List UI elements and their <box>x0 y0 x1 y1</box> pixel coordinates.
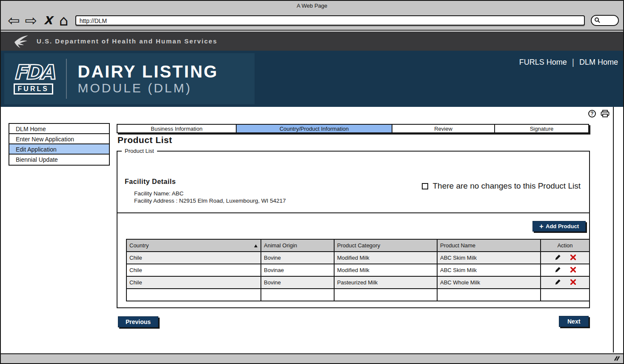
app-title-line2: MODULE (DLM) <box>78 81 218 96</box>
search-icon <box>594 17 601 23</box>
add-product-label: Add Product <box>546 223 579 229</box>
table-row: Chile Bovinae Modified Milk ABC Skim Mil… <box>126 264 590 276</box>
cell-animal-origin: Bovine <box>261 252 334 264</box>
fieldset-legend: Product List <box>122 148 157 154</box>
sidebar-item-biennial-update[interactable]: Biennial Update <box>9 155 109 165</box>
stop-icon[interactable]: X <box>44 15 52 26</box>
cell-action <box>541 264 590 276</box>
window-titlebar: A Web Page <box>1 1 623 11</box>
help-print-toolbar: ? <box>588 110 610 118</box>
section-divider <box>117 212 590 213</box>
cell-country: Chile <box>126 276 261 289</box>
edit-pencil-icon[interactable] <box>555 279 561 285</box>
tab-signature[interactable]: Signature <box>495 125 588 132</box>
no-changes-label: There are no changes to this Product Lis… <box>433 181 581 191</box>
sidebar-nav: DLM Home Enter New Application Edit Appl… <box>9 123 110 166</box>
hhs-header-bar: U.S. Department of Health and Human Serv… <box>1 32 623 51</box>
tab-country-product-information[interactable]: Country/Product Information <box>237 125 392 132</box>
content-right-border <box>613 107 614 353</box>
column-header-product-category[interactable]: Product Category <box>334 239 437 252</box>
search-box[interactable] <box>591 15 619 26</box>
cell-product-category: Pasteurized Milk <box>334 276 437 289</box>
no-changes-checkbox[interactable] <box>422 183 428 189</box>
table-header-row: Country Animal Origin Product Category P… <box>126 239 590 252</box>
column-header-country[interactable]: Country <box>126 239 261 252</box>
cell-product-name: ABC Skim Milk <box>437 252 541 264</box>
cell-product-category: Modified Milk <box>334 264 437 276</box>
cell-empty <box>437 289 541 301</box>
page-content: ? DLM Home Enter New Application Edit Ap… <box>1 107 623 353</box>
cell-action <box>541 276 590 289</box>
app-title: DAIRY LISTING MODULE (DLM) <box>78 62 218 96</box>
edit-pencil-icon[interactable] <box>555 267 561 273</box>
cell-product-name: ABC Skim Milk <box>437 264 541 276</box>
help-icon[interactable]: ? <box>588 110 596 118</box>
edit-pencil-icon[interactable] <box>555 254 561 261</box>
cell-animal-origin: Bovine <box>261 276 334 289</box>
resize-grip-icon[interactable] <box>613 355 621 361</box>
fda-furls-logo-block: FDA FURLS DAIRY LISTING MODULE (DLM) <box>4 53 255 104</box>
facility-address: Facility Address : N2915 Elm Road, Luxem… <box>134 198 286 204</box>
fda-logo-text: FDA <box>14 63 53 82</box>
window-statusbar <box>1 353 623 363</box>
column-header-animal-origin[interactable]: Animal Origin <box>261 239 334 252</box>
home-icon[interactable]: ⌂ <box>59 13 69 28</box>
facility-details-heading: Facility Details <box>125 178 176 186</box>
cell-empty <box>541 289 590 301</box>
back-icon[interactable]: ⇦ <box>8 13 20 28</box>
url-input[interactable]: http://DLM <box>75 15 585 26</box>
column-header-action: Action <box>541 239 590 252</box>
cell-country: Chile <box>126 264 261 276</box>
sidebar-item-edit-application[interactable]: Edit Application <box>9 144 109 155</box>
table-row: Chile Bovine Pasteurized Milk ABC Whole … <box>126 276 590 289</box>
cell-product-name: ABC Whole Milk <box>437 276 541 289</box>
wizard-tabs: Business Information Country/Product Inf… <box>117 124 589 133</box>
cell-action <box>541 252 590 264</box>
delete-x-icon[interactable] <box>570 279 576 285</box>
table-row-empty <box>126 289 590 301</box>
product-list-fieldset: Product List Facility Details Facility N… <box>117 151 590 308</box>
hhs-eagle-logo-icon <box>12 34 30 49</box>
delete-x-icon[interactable] <box>570 267 576 272</box>
cell-country: Chile <box>126 252 261 264</box>
delete-x-icon[interactable] <box>570 255 576 260</box>
window-title: A Web Page <box>297 3 327 9</box>
banner-links-separator: | <box>572 57 574 67</box>
browser-window: A Web Page ⇦ ⇨ X ⌂ http://DLM U.S. Depar… <box>0 0 624 364</box>
cell-empty <box>261 289 334 301</box>
app-banner: FDA FURLS DAIRY LISTING MODULE (DLM) FUR… <box>1 51 623 107</box>
cell-empty <box>126 289 261 301</box>
sort-ascending-icon <box>254 244 258 247</box>
banner-links: FURLS Home | DLM Home <box>519 57 618 67</box>
fda-furls-logo: FDA FURLS <box>14 63 53 95</box>
add-product-button[interactable]: + Add Product <box>532 221 586 232</box>
sidebar-item-dlm-home[interactable]: DLM Home <box>9 124 109 134</box>
next-button[interactable]: Next <box>559 316 589 327</box>
cell-animal-origin: Bovinae <box>261 264 334 276</box>
cell-product-category: Modified Milk <box>334 252 437 264</box>
page-title: Product List <box>117 135 172 145</box>
banner-divider <box>66 59 67 99</box>
dlm-home-link[interactable]: DLM Home <box>579 58 618 67</box>
sidebar-item-enter-new-application[interactable]: Enter New Application <box>9 134 109 144</box>
tab-business-information[interactable]: Business Information <box>117 125 237 132</box>
product-table: Country Animal Origin Product Category P… <box>126 239 590 301</box>
no-changes-checkbox-row: There are no changes to this Product Lis… <box>422 181 581 191</box>
browser-toolbar: ⇦ ⇨ X ⌂ http://DLM <box>1 11 623 31</box>
previous-button[interactable]: Previous <box>118 316 158 327</box>
hhs-header-text: U.S. Department of Health and Human Serv… <box>37 37 218 45</box>
column-header-product-name[interactable]: Product Name <box>437 239 541 252</box>
tab-review[interactable]: Review <box>392 125 495 132</box>
furls-home-link[interactable]: FURLS Home <box>519 58 567 67</box>
facility-name: Facility Name: ABC <box>134 190 183 197</box>
forward-icon[interactable]: ⇨ <box>25 13 37 28</box>
app-title-line1: DAIRY LISTING <box>78 62 218 81</box>
print-icon[interactable] <box>601 110 610 118</box>
cell-empty <box>334 289 437 301</box>
table-row: Chile Bovine Modified Milk ABC Skim Milk <box>126 252 590 264</box>
furls-logo-text: FURLS <box>14 83 53 95</box>
